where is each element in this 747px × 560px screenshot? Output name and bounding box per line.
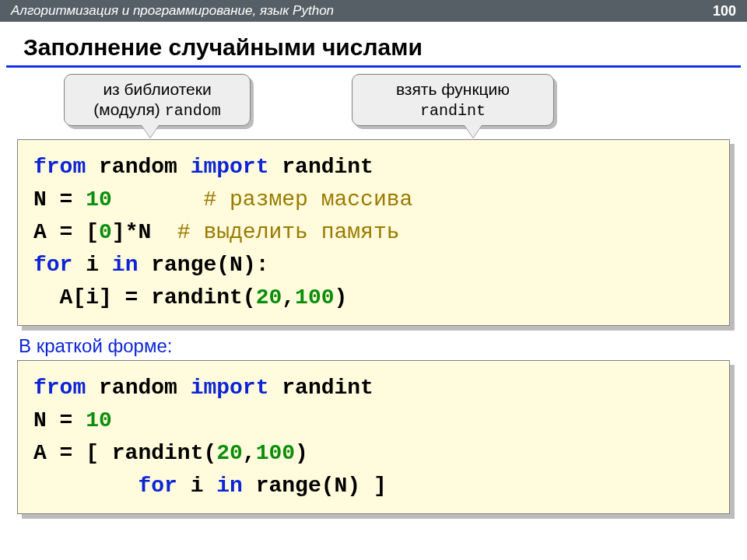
callout-left-line2a: (модуля) bbox=[93, 100, 164, 118]
callout-library: из библиотеки (модуля) random bbox=[64, 74, 251, 126]
callout-function: взять функцию randint bbox=[352, 74, 554, 126]
callout-left-line1: из библиотеки bbox=[103, 80, 211, 98]
code-num: 10 bbox=[86, 187, 112, 212]
kw-in: in bbox=[216, 474, 243, 498]
code-num: 20 bbox=[216, 441, 243, 465]
code-block-short: from random import randint N = 10 A = [ … bbox=[17, 360, 730, 514]
code-text: A = [ bbox=[33, 220, 99, 244]
subheading: В краткой форме: bbox=[19, 335, 728, 357]
code-text: range(N): bbox=[138, 253, 268, 277]
code-text: A = [ randint( bbox=[33, 441, 216, 465]
slide-header: Алгоритмизация и программирование, язык … bbox=[0, 0, 747, 22]
callout-tail-right bbox=[465, 125, 482, 138]
code-block-full: from random import randint N = 10 # разм… bbox=[17, 139, 730, 326]
code-text: random bbox=[86, 155, 190, 179]
code-text: N = bbox=[33, 187, 86, 212]
slide-title: Заполнение случайными числами bbox=[6, 22, 741, 68]
code-num: 100 bbox=[295, 285, 334, 310]
code-num: 100 bbox=[256, 441, 295, 465]
callout-right-line1: взять функцию bbox=[396, 80, 510, 98]
kw-in: in bbox=[112, 253, 139, 277]
callout-tail-left bbox=[142, 125, 159, 138]
code-comment: # выделить память bbox=[177, 220, 400, 244]
code-text: randint bbox=[268, 155, 373, 179]
code-pad bbox=[33, 285, 60, 310]
code-comma: , bbox=[243, 441, 256, 465]
page-number: 100 bbox=[713, 3, 736, 19]
code-pad bbox=[112, 187, 204, 212]
kw-import: import bbox=[191, 155, 269, 179]
callout-left-mono: random bbox=[165, 102, 221, 120]
code-text: range(N) ] bbox=[243, 474, 387, 498]
code-text: ]*N bbox=[112, 220, 177, 244]
code-comma: , bbox=[282, 285, 295, 310]
kw-from: from bbox=[33, 155, 86, 179]
kw-for: for bbox=[138, 474, 177, 498]
kw-import: import bbox=[191, 376, 269, 400]
kw-for: for bbox=[33, 253, 72, 277]
header-topic: Алгоритмизация и программирование, язык … bbox=[11, 3, 334, 19]
code-num: 0 bbox=[99, 220, 112, 244]
code-text: i bbox=[72, 253, 111, 277]
code-text: i bbox=[177, 474, 216, 498]
kw-from: from bbox=[33, 376, 86, 400]
code-text: N = bbox=[33, 408, 86, 432]
callout-right-mono: randint bbox=[420, 102, 486, 120]
code-comment: # размер массива bbox=[203, 187, 412, 212]
code-close: ) bbox=[335, 285, 348, 310]
code-text: A[i] = randint( bbox=[60, 285, 256, 310]
code-pad bbox=[33, 474, 138, 498]
code-text: randint bbox=[268, 376, 373, 400]
code-num: 10 bbox=[86, 408, 112, 432]
code-text: random bbox=[86, 376, 190, 400]
code-close: ) bbox=[295, 441, 321, 465]
callouts-row: из библиотеки (модуля) random взять функ… bbox=[17, 71, 730, 136]
code-num: 20 bbox=[256, 285, 282, 310]
